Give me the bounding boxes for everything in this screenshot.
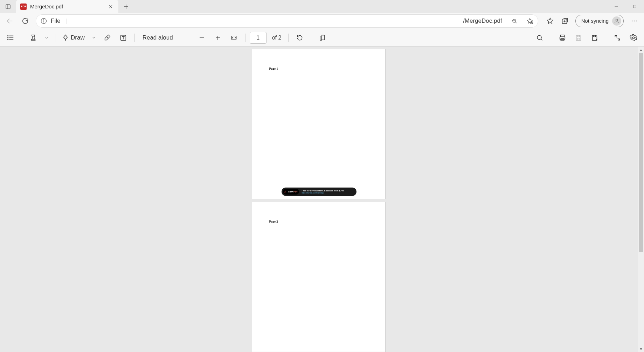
nav-refresh-button[interactable] [18,14,32,28]
address-scheme-label: File [51,17,60,24]
browser-right-actions: Not syncing [543,14,641,28]
svg-rect-54 [577,38,580,40]
svg-point-34 [8,39,8,40]
page-view-button[interactable] [316,31,330,45]
page-heading: Page 1 [269,67,278,70]
tab-actions-button[interactable] [0,0,16,13]
svg-line-13 [515,22,516,23]
tab-title: MergeDoc.pdf [30,3,103,9]
add-text-button[interactable] [116,31,130,45]
site-info-icon[interactable] [40,17,47,24]
svg-point-26 [616,19,617,21]
svg-point-59 [285,191,286,192]
divider [22,34,22,42]
profile-avatar-icon [612,16,621,26]
find-in-document-button[interactable] [533,31,547,45]
divider [311,34,311,42]
svg-line-56 [615,35,617,37]
pdf-settings-button[interactable] [626,31,640,45]
tab-close-button[interactable] [106,2,115,11]
profile-sync-button[interactable]: Not syncing [575,15,624,27]
divider [551,34,551,42]
erase-button[interactable] [100,31,114,45]
highlighter-dropdown[interactable] [42,31,51,45]
tab-active[interactable]: PDF MergeDoc.pdf [16,0,118,13]
save-as-button[interactable] [588,31,602,45]
new-tab-button[interactable] [120,0,132,13]
window-controls [608,0,643,13]
svg-point-58 [632,37,635,39]
svg-point-29 [636,20,637,21]
divider [134,34,135,42]
watermark-brand: IRONPDF [288,191,298,193]
svg-point-32 [8,37,8,38]
divider [606,34,606,42]
svg-point-30 [8,35,8,36]
watermark-logo-icon: IRONPDF [283,189,299,195]
page-heading: Page 2 [269,220,278,223]
nav-back-button[interactable] [3,14,17,28]
collections-icon[interactable] [558,14,572,28]
svg-point-48 [537,35,541,40]
gear-icon [284,190,287,193]
fullscreen-button[interactable] [610,31,624,45]
vertical-scrollbar[interactable]: ▲ ▼ [638,47,644,352]
pdf-favicon-icon: PDF [20,3,27,10]
read-aloud-label: Read aloud [143,34,173,41]
svg-rect-7 [633,5,636,8]
divider [55,34,55,42]
titlebar: PDF MergeDoc.pdf [0,0,644,13]
favorites-icon[interactable] [543,14,557,28]
window-minimize-button[interactable] [608,1,624,12]
zoom-in-button[interactable] [211,31,225,45]
add-favorite-icon[interactable] [524,15,536,27]
pages-container[interactable]: Page 1 IRONPDF Free for development. Lic… [0,47,637,352]
watermark-banner: IRONPDF Free for development. Licenses f… [282,188,356,196]
svg-line-38 [106,36,109,38]
read-aloud-button[interactable]: Read aloud [139,31,176,45]
svg-line-57 [618,38,620,40]
page-number-input[interactable] [250,32,266,44]
divider [245,34,245,42]
svg-point-27 [632,20,633,21]
highlighter-button[interactable] [26,31,40,45]
window-maximize-button[interactable] [626,1,643,12]
scroll-down-arrow-icon[interactable]: ▼ [638,346,644,352]
draw-button[interactable]: Draw [60,31,88,45]
scrollbar-thumb[interactable] [639,53,643,252]
save-button[interactable] [572,31,586,45]
document-viewport: Page 1 IRONPDF Free for development. Lic… [0,47,644,352]
browser-toolbar: File | /MergeDoc.pdf [0,13,644,29]
page-count-label: of 2 [272,35,282,41]
address-path-suffix: /MergeDoc.pdf [463,17,502,24]
browser-menu-icon[interactable] [627,14,641,28]
find-on-page-icon[interactable] [508,15,520,27]
svg-rect-55 [593,35,595,37]
fit-width-button[interactable] [227,31,241,45]
svg-rect-50 [561,35,565,37]
watermark-line2: https://ironpdf.com/licensing/ [302,192,344,194]
svg-line-49 [541,39,542,40]
address-separator: | [65,17,67,24]
svg-rect-0 [6,5,10,9]
table-of-contents-button[interactable] [4,31,18,45]
scrollbar-track[interactable] [638,53,644,346]
scroll-up-arrow-icon[interactable]: ▲ [638,47,644,53]
svg-rect-53 [577,35,579,37]
svg-point-28 [634,20,635,21]
pdf-page[interactable]: Page 1 IRONPDF Free for development. Lic… [252,49,386,199]
rotate-button[interactable] [293,31,307,45]
draw-label: Draw [71,34,85,41]
svg-rect-47 [320,36,321,41]
sync-status-label: Not syncing [581,18,609,24]
svg-point-11 [44,19,44,20]
pdf-page[interactable]: Page 2 [252,202,386,352]
zoom-out-button[interactable] [195,31,209,45]
divider [288,34,289,42]
pdf-toolbar: Draw Read aloud of 2 [0,29,644,47]
print-button[interactable] [555,31,569,45]
address-bar[interactable]: File | /MergeDoc.pdf [36,14,538,28]
draw-dropdown[interactable] [90,31,98,45]
